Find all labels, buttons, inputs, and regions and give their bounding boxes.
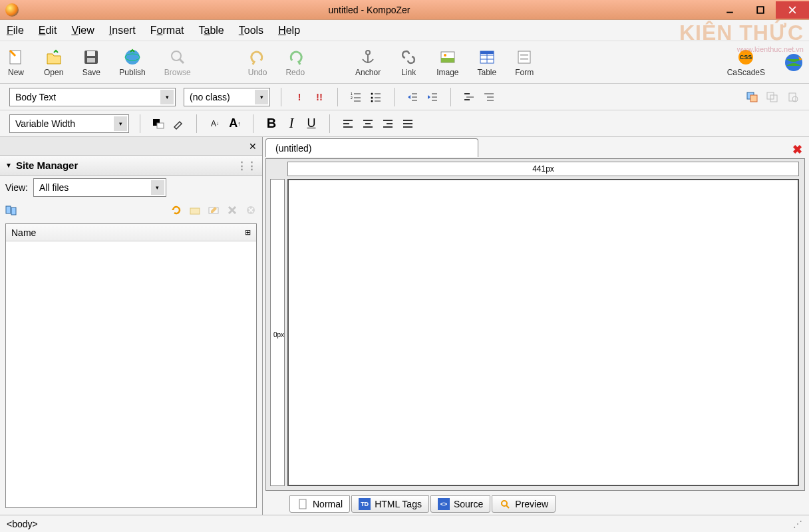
- redo-button[interactable]: Redo: [285, 48, 305, 77]
- status-path[interactable]: <body>: [7, 519, 38, 529]
- globe-icon: [784, 53, 802, 72]
- menu-view[interactable]: View: [71, 25, 94, 37]
- resize-grip-icon[interactable]: ⋰: [793, 519, 802, 529]
- svg-rect-52: [750, 95, 757, 102]
- svg-point-35: [371, 100, 373, 102]
- delete-icon[interactable]: [226, 204, 238, 216]
- layers-icon-2[interactable]: [765, 90, 780, 104]
- page-canvas[interactable]: [287, 179, 799, 486]
- extra-globe-button[interactable]: [784, 53, 802, 72]
- page-icon: [297, 498, 309, 510]
- view-tab-source[interactable]: <>Source: [430, 495, 490, 513]
- menu-help[interactable]: Help: [278, 25, 300, 37]
- class-combo[interactable]: (no class)▾: [184, 88, 270, 106]
- highlighter-button[interactable]: [171, 116, 186, 131]
- titlebar[interactable]: untitled - KompoZer: [0, 0, 809, 20]
- column-picker-icon[interactable]: ⊞: [245, 228, 251, 237]
- form-button[interactable]: Form: [515, 48, 534, 77]
- font-larger-button[interactable]: A↑: [228, 116, 242, 131]
- svg-point-8: [125, 50, 140, 65]
- anchor-button[interactable]: Anchor: [355, 48, 381, 77]
- document-tab[interactable]: (untitled): [265, 138, 478, 157]
- svg-line-11: [180, 59, 184, 63]
- ruler-horizontal[interactable]: 441px: [287, 162, 799, 176]
- view-label: View:: [5, 182, 28, 193]
- svg-text:2: 2: [351, 96, 353, 100]
- bold-button[interactable]: B: [264, 116, 279, 131]
- svg-text:CSS: CSS: [740, 54, 752, 61]
- name-column-header[interactable]: Name: [11, 227, 36, 238]
- italic-button[interactable]: I: [284, 116, 299, 131]
- file-list[interactable]: Name ⊞: [5, 223, 257, 508]
- em-single-button[interactable]: !: [292, 90, 307, 104]
- ol-button[interactable]: 12: [349, 90, 363, 104]
- chevron-down-icon: ▾: [255, 90, 268, 104]
- dual-pane-icon[interactable]: [5, 204, 17, 216]
- font-family-combo[interactable]: Variable Width▾: [9, 114, 129, 133]
- close-button[interactable]: [776, 1, 809, 19]
- layers-icon-3[interactable]: [785, 90, 800, 104]
- text-color-button[interactable]: [151, 116, 166, 131]
- publish-button[interactable]: Publish: [119, 48, 145, 77]
- new-folder-icon[interactable]: [189, 204, 201, 216]
- menu-format[interactable]: Format: [150, 25, 184, 37]
- align-justify-button[interactable]: [401, 116, 415, 131]
- svg-point-33: [371, 92, 373, 94]
- menu-table[interactable]: Table: [199, 25, 224, 37]
- dl-button[interactable]: [462, 90, 476, 104]
- link-button[interactable]: Link: [399, 48, 418, 77]
- svg-rect-72: [11, 207, 16, 215]
- svg-rect-21: [480, 51, 494, 54]
- font-smaller-button[interactable]: A↓: [208, 116, 222, 131]
- align-right-button[interactable]: [381, 116, 395, 131]
- outdent-button[interactable]: [425, 90, 440, 104]
- undo-button[interactable]: Undo: [248, 48, 267, 77]
- menu-tools[interactable]: Tools: [239, 25, 263, 37]
- ul-button[interactable]: [369, 90, 383, 104]
- refresh-icon[interactable]: [170, 204, 182, 216]
- stop-icon[interactable]: [245, 204, 257, 216]
- em-double-button[interactable]: !!: [312, 90, 327, 104]
- new-button[interactable]: New: [7, 48, 25, 77]
- close-tab-icon[interactable]: ✖: [792, 142, 802, 157]
- dt-button[interactable]: [482, 90, 496, 104]
- svg-point-27: [785, 54, 802, 71]
- open-button[interactable]: Open: [44, 48, 63, 77]
- underline-button[interactable]: U: [304, 116, 319, 131]
- link-icon: [399, 48, 418, 66]
- chevron-down-icon: ▾: [151, 180, 164, 195]
- svg-point-34: [371, 96, 373, 98]
- view-combo[interactable]: All files▾: [33, 178, 166, 197]
- align-center-button[interactable]: [361, 116, 375, 131]
- view-tab-normal[interactable]: Normal: [289, 495, 350, 513]
- ruler-vertical[interactable]: 0px: [270, 179, 285, 486]
- table-button[interactable]: Table: [478, 48, 497, 77]
- cascades-button[interactable]: CSSCaScadeS: [727, 48, 765, 77]
- rename-icon[interactable]: [208, 204, 220, 216]
- menu-edit[interactable]: Edit: [39, 25, 57, 37]
- view-tab-html-tags[interactable]: TDHTML Tags: [351, 495, 429, 513]
- svg-rect-1: [757, 7, 764, 13]
- site-manager-header[interactable]: ▼ Site Manager ⋮⋮: [0, 156, 262, 176]
- browse-button[interactable]: Browse: [164, 48, 191, 77]
- chevron-down-icon: ▾: [114, 116, 127, 131]
- main-toolbar: New Open Save Publish Browse Undo Redo A…: [0, 41, 809, 84]
- sidebar-close-icon[interactable]: ✕: [249, 141, 257, 152]
- image-button[interactable]: Image: [436, 48, 458, 77]
- form-icon: [515, 48, 534, 66]
- save-button[interactable]: Save: [82, 48, 100, 77]
- layers-icon-1[interactable]: [745, 90, 760, 104]
- maximize-button[interactable]: [745, 1, 776, 19]
- menu-insert[interactable]: Insert: [109, 25, 136, 37]
- td-icon: TD: [359, 498, 371, 510]
- svg-rect-80: [299, 499, 306, 509]
- image-icon: [438, 48, 457, 66]
- minimize-button[interactable]: [715, 1, 745, 19]
- sidebar: ✕ ▼ Site Manager ⋮⋮ View: All files▾: [0, 137, 263, 515]
- view-tab-preview[interactable]: Preview: [492, 495, 556, 513]
- indent-button[interactable]: [405, 90, 420, 104]
- align-left-button[interactable]: [341, 116, 355, 131]
- svg-rect-71: [6, 206, 11, 213]
- paragraph-style-combo[interactable]: Body Text▾: [9, 88, 176, 106]
- menu-file[interactable]: File: [7, 25, 24, 37]
